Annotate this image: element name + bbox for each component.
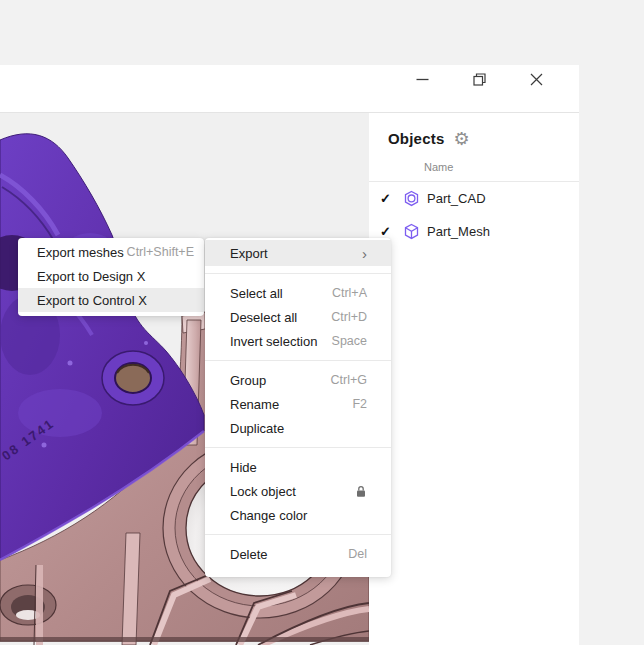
menu-item-export[interactable]: Export ›: [205, 240, 391, 266]
context-menu: Export › Select all Ctrl+A Deselect all …: [205, 238, 391, 577]
panel-settings-gear-icon[interactable]: ⚙: [453, 130, 469, 148]
shortcut-label: Space: [332, 334, 367, 348]
mesh-cube-icon: [403, 223, 420, 240]
object-name[interactable]: Part_CAD: [427, 191, 486, 206]
menu-item-hide[interactable]: Hide: [205, 455, 391, 479]
menu-item-delete[interactable]: Delete Del: [205, 542, 391, 566]
objects-panel: Objects ⚙ Name ✓ Part_CAD: [369, 113, 579, 645]
menu-item-deselect-all[interactable]: Deselect all Ctrl+D: [205, 305, 391, 329]
lock-icon: [355, 485, 367, 498]
chevron-right-icon: ›: [362, 246, 367, 261]
menu-item-select-all[interactable]: Select all Ctrl+A: [205, 281, 391, 305]
submenu-item-export-to-design-x[interactable]: Export to Design X: [18, 264, 204, 288]
menu-separator: [205, 273, 391, 274]
cad-body-icon: [403, 190, 420, 207]
menu-item-group[interactable]: Group Ctrl+G: [205, 368, 391, 392]
export-submenu: Export meshes Ctrl+Shift+E Export to Des…: [18, 238, 204, 316]
menu-separator: [205, 534, 391, 535]
shortcut-label: Ctrl+A: [332, 286, 367, 300]
shortcut-label: Ctrl+G: [331, 373, 367, 387]
shortcut-label: Del: [348, 547, 367, 561]
object-name[interactable]: Part_Mesh: [427, 224, 490, 239]
menu-item-change-color[interactable]: Change color: [205, 503, 391, 527]
object-row-part-mesh[interactable]: ✓ Part_Mesh: [369, 215, 579, 248]
menu-item-lock-object[interactable]: Lock object: [205, 479, 391, 503]
titlebar: [0, 65, 579, 113]
minimize-button[interactable]: [415, 72, 429, 86]
window-controls: [415, 72, 543, 86]
menu-item-duplicate[interactable]: Duplicate: [205, 416, 391, 440]
submenu-item-export-meshes[interactable]: Export meshes Ctrl+Shift+E: [18, 240, 204, 264]
menu-separator: [205, 360, 391, 361]
shortcut-label: Ctrl+Shift+E: [127, 245, 194, 259]
shortcut-label: Ctrl+D: [331, 310, 367, 324]
object-row-part-cad[interactable]: ✓ Part_CAD: [369, 182, 579, 215]
restore-button[interactable]: [472, 72, 486, 86]
menu-item-invert-selection[interactable]: Invert selection Space: [205, 329, 391, 353]
visibility-checkmark-icon[interactable]: ✓: [380, 191, 395, 206]
screen: 08 1741 Objects ⚙ Name ✓: [0, 0, 644, 645]
objects-panel-title: Objects: [388, 130, 444, 147]
visibility-checkmark-icon[interactable]: ✓: [380, 224, 395, 239]
name-column-header[interactable]: Name: [424, 161, 453, 173]
menu-item-rename[interactable]: Rename F2: [205, 392, 391, 416]
menu-separator: [205, 447, 391, 448]
shortcut-label: F2: [352, 397, 367, 411]
close-button[interactable]: [529, 72, 543, 86]
submenu-item-export-to-control-x[interactable]: Export to Control X: [18, 288, 204, 312]
